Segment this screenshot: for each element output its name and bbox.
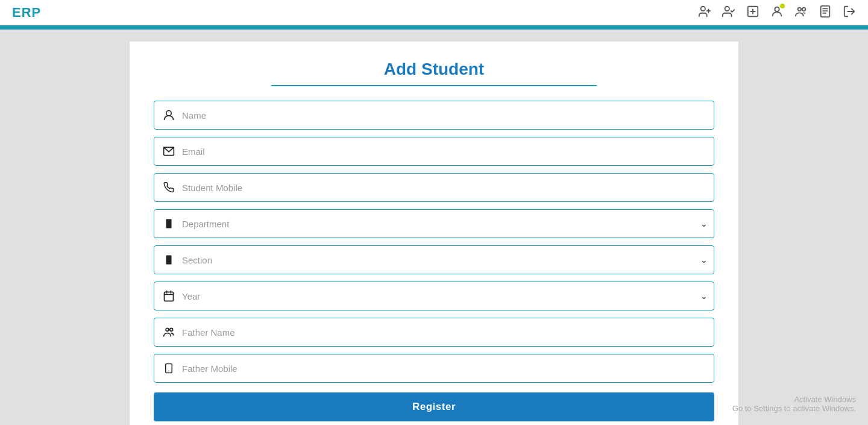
- form-card: Add Student: [130, 42, 738, 425]
- department-group: Department ⌄: [154, 209, 714, 238]
- svg-point-15: [166, 111, 171, 116]
- father-mobile-icon: [160, 362, 177, 374]
- windows-notice: Activate Windows Go to Settings to activ…: [732, 395, 856, 413]
- svg-rect-17: [166, 219, 172, 228]
- department-chevron-icon: ⌄: [700, 219, 708, 228]
- year-select-wrapper: Year ⌄: [154, 282, 714, 310]
- add-square-icon[interactable]: [746, 5, 760, 21]
- student-mobile-icon: [160, 181, 177, 194]
- svg-point-0: [701, 6, 705, 10]
- section-select[interactable]: Section: [182, 255, 700, 265]
- section-icon: [160, 254, 177, 266]
- department-select-wrapper: Department ⌄: [154, 209, 714, 238]
- main-area: Add Student: [0, 30, 868, 425]
- father-name-group: [154, 318, 714, 347]
- logout-icon[interactable]: [843, 5, 856, 21]
- svg-rect-19: [165, 292, 174, 301]
- form-divider: [271, 85, 597, 86]
- person-icon[interactable]: [770, 5, 784, 21]
- app-logo: ERP: [12, 5, 41, 20]
- header: ERP: [0, 0, 868, 27]
- svg-rect-18: [166, 256, 172, 265]
- year-group: Year ⌄: [154, 282, 714, 310]
- group-icon[interactable]: [794, 5, 808, 21]
- section-group: Section ⌄: [154, 245, 714, 274]
- year-select[interactable]: Year: [182, 291, 700, 301]
- user-check-icon[interactable]: [722, 5, 735, 21]
- name-group: [154, 101, 714, 130]
- father-name-input-wrapper: [154, 318, 714, 347]
- name-icon: [160, 109, 177, 121]
- section-chevron-icon: ⌄: [700, 255, 708, 265]
- father-name-input[interactable]: [182, 327, 708, 338]
- student-mobile-input-wrapper: [154, 173, 714, 202]
- father-mobile-group: [154, 354, 714, 383]
- father-name-icon: [160, 326, 177, 338]
- add-user-icon[interactable]: [698, 5, 711, 21]
- student-mobile-input[interactable]: [182, 183, 708, 193]
- form-title: Add Student: [154, 60, 714, 79]
- windows-notice-line2: Go to Settings to activate Windows.: [732, 404, 856, 413]
- name-input-wrapper: [154, 101, 714, 130]
- windows-notice-line1: Activate Windows: [732, 395, 856, 404]
- email-group: [154, 137, 714, 166]
- father-mobile-input-wrapper: [154, 354, 714, 383]
- register-button[interactable]: Register: [154, 392, 714, 421]
- svg-point-7: [775, 7, 779, 11]
- svg-point-23: [166, 328, 169, 331]
- student-mobile-group: [154, 173, 714, 202]
- svg-point-3: [725, 6, 729, 10]
- email-input-wrapper: [154, 137, 714, 166]
- year-chevron-icon: ⌄: [700, 291, 708, 301]
- year-calendar-icon: [160, 290, 177, 302]
- email-input[interactable]: [182, 146, 708, 157]
- department-select[interactable]: Department: [182, 219, 700, 229]
- department-icon: [160, 218, 177, 230]
- svg-point-9: [802, 7, 806, 10]
- document-icon[interactable]: [819, 5, 832, 21]
- father-mobile-input[interactable]: [182, 364, 708, 374]
- header-icons: [698, 5, 856, 21]
- section-select-wrapper: Section ⌄: [154, 245, 714, 274]
- name-input[interactable]: [182, 110, 708, 121]
- svg-point-8: [798, 7, 802, 10]
- email-icon: [160, 145, 177, 157]
- svg-point-24: [170, 328, 173, 331]
